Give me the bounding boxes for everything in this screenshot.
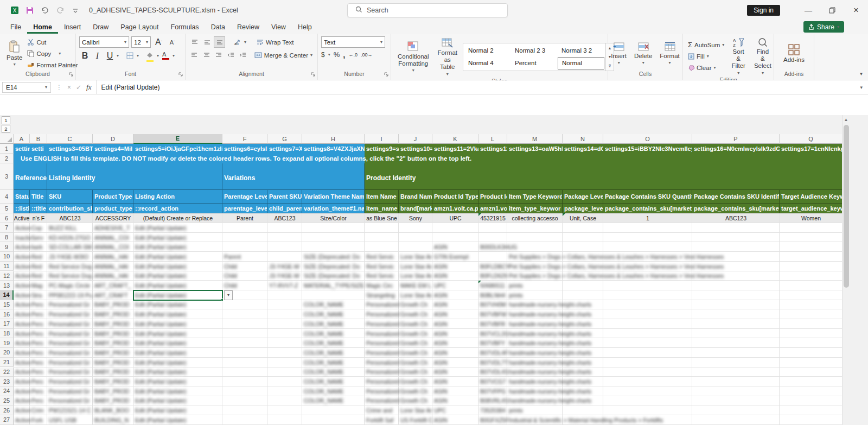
cell-L19[interactable]: B07VBFY (478, 338, 507, 348)
align-right-icon[interactable] (213, 49, 224, 61)
cell-D15[interactable]: BABY_PROD (93, 300, 131, 310)
cell-I11[interactable]: Red Servic (365, 262, 395, 271)
column-header-O[interactable]: O (603, 134, 692, 144)
column-header-N[interactable]: N (563, 134, 603, 144)
cell-E22[interactable]: Edit (Partial Update) (133, 367, 188, 377)
cell-J23[interactable]: Growth Ch (399, 377, 429, 386)
cell-I21[interactable]: Personalized (365, 358, 401, 367)
cell-F1[interactable]: settings6=cylsIIJ (222, 144, 267, 154)
cell-K16[interactable]: ASIN (432, 309, 449, 319)
cell-P6[interactable]: ABC123 (692, 213, 780, 223)
column-header-F[interactable]: F (222, 134, 267, 144)
cell-D27[interactable]: BUILDING_N (93, 415, 130, 425)
cell-A6[interactable]: Active (14, 213, 30, 223)
format-cells-button[interactable]: Format▾ (656, 36, 682, 71)
find-select-button[interactable]: Find & Select▾ (751, 36, 775, 77)
field-name-C[interactable]: contribution_sku (47, 204, 93, 213)
restore-button[interactable] (820, 0, 844, 21)
cell-K18[interactable]: ASIN (432, 329, 449, 339)
underline-dropdown[interactable]: ▾ (117, 54, 119, 58)
cell-J15[interactable]: Growth Ch (399, 300, 429, 310)
cell-K1[interactable]: settings11=2Vka (432, 144, 478, 154)
format-painter-button[interactable]: Format Painter (25, 59, 79, 71)
tab-help[interactable]: Help (292, 22, 318, 34)
field-name-H[interactable]: variation_theme#1.nar (302, 204, 365, 213)
cell-K20[interactable]: ASIN (432, 348, 449, 358)
cell-A1[interactable]: setting (14, 144, 30, 154)
select-all-corner[interactable] (0, 134, 14, 144)
column-header-K[interactable]: K (432, 134, 478, 144)
cell-K19[interactable]: ASIN (432, 338, 449, 348)
column-title-K[interactable]: Product Id Type (432, 190, 478, 204)
column-title-A[interactable]: Status (14, 190, 30, 204)
field-name-M[interactable]: item_type_keywor (507, 204, 563, 213)
cell-C8[interactable]: KD-H31N-27GO (47, 233, 92, 243)
cell-M24[interactable]: handmade-nursery-height-charts (507, 386, 593, 396)
font-color-icon[interactable]: A (160, 50, 171, 61)
cell-L25[interactable]: B08VRL4S (478, 396, 510, 406)
column-header-A[interactable]: A (14, 134, 30, 144)
column-header-E[interactable]: E (133, 134, 222, 144)
increase-decimal-icon[interactable]: ←.0 (348, 52, 358, 58)
cell-H19[interactable]: COLOR_NAME (302, 338, 346, 348)
column-title-Q[interactable]: Target Audience Keyw (780, 190, 843, 204)
cell-C12[interactable]: Red Service Dog (47, 271, 93, 281)
format-as-table-button[interactable]: Format as Table▾ (435, 36, 461, 78)
cell-K13[interactable]: UPC (432, 281, 448, 290)
cut-button[interactable]: Cut (25, 36, 79, 48)
clear-button[interactable]: Clear▾ (686, 62, 726, 73)
decrease-decimal-icon[interactable]: .00→ (361, 52, 373, 58)
cell-E20[interactable]: Edit (Partial Update) (133, 348, 188, 358)
cell-K12[interactable]: ASIN (432, 271, 449, 281)
vertical-scrollbar[interactable]: ▲ (842, 115, 850, 425)
cell-E24[interactable]: Edit (Partial Update) (133, 386, 188, 396)
conditional-formatting-button[interactable]: Conditional Formatting▾ (394, 36, 432, 78)
cell-J17[interactable]: Growth Ch (399, 319, 429, 329)
cell-D21[interactable]: BABY_PROD (93, 358, 131, 367)
cell-J25[interactable]: Growth Ch (399, 396, 429, 406)
style-normal-4[interactable]: Normal 4 (464, 57, 511, 69)
cell-D9[interactable]: ANIMAL_COI (93, 242, 131, 252)
enter-icon[interactable]: ✓ (76, 84, 81, 91)
redo-icon[interactable] (55, 5, 65, 15)
column-title-L[interactable]: Product Id (478, 190, 507, 204)
align-middle-icon[interactable] (201, 36, 213, 48)
cell-I15[interactable]: Personalized (365, 300, 401, 310)
column-header-G[interactable]: G (267, 134, 302, 144)
increase-font-icon[interactable]: Aˆ (153, 36, 164, 48)
cell-M23[interactable]: handmade-nursery-height-charts (507, 377, 593, 386)
cell-I24[interactable]: Personalized (365, 386, 401, 396)
cell-M14[interactable]: prints (507, 290, 525, 300)
cell-E8[interactable]: Edit (Partial Update) (133, 233, 188, 243)
cell-L12[interactable]: B0FLD629 (478, 271, 509, 281)
cell-C18[interactable]: Personalized Gr (47, 329, 91, 339)
cell-L27[interactable]: B0GFXZ5F (478, 415, 510, 425)
cell-L1[interactable]: settings12 (478, 144, 507, 154)
field-name-B[interactable]: ::title (30, 204, 47, 213)
cell-E12[interactable]: Edit (Partial Update) (133, 271, 188, 281)
field-name-F[interactable]: parentage_leve (222, 204, 267, 213)
column-header-I[interactable]: I (365, 134, 399, 144)
column-title-C[interactable]: SKU (47, 190, 93, 204)
cell-M6[interactable]: collecting accesso (507, 213, 563, 223)
cell-J1[interactable]: settings10=b (399, 144, 432, 154)
column-header-Q[interactable]: Q (780, 134, 843, 144)
number-format-select[interactable]: Text▾ (321, 36, 385, 48)
close-button[interactable]: × (844, 0, 868, 21)
cell-L16[interactable]: B07VBFW (478, 309, 508, 319)
cell-H12[interactable]: SIZE (Deprecated: Do (302, 271, 361, 281)
tab-page-layout[interactable]: Page Layout (114, 22, 164, 34)
cell-C20[interactable]: Personalized Gr (47, 348, 91, 358)
column-header-C[interactable]: C (47, 134, 93, 144)
cell-L9[interactable]: B00DLK3HUG (478, 242, 519, 252)
cell-B1[interactable]: setti (30, 144, 47, 154)
cell-N6[interactable]: Unit, Case (563, 213, 603, 223)
cell-C17[interactable]: Personalized Gr (47, 319, 91, 329)
cell-K22[interactable]: ASIN (432, 367, 449, 377)
cell-D12[interactable]: ANIMAL_HAI (93, 271, 130, 281)
cell-J19[interactable]: Growth Ch (399, 338, 429, 348)
cell-L14[interactable]: B0BLNH4 (478, 290, 507, 300)
cell-L15[interactable]: B07VH0M (478, 300, 508, 310)
cell-D25[interactable]: BABY_PROD (93, 396, 131, 406)
cell-M21[interactable]: handmade-nursery-height-charts (507, 358, 593, 367)
